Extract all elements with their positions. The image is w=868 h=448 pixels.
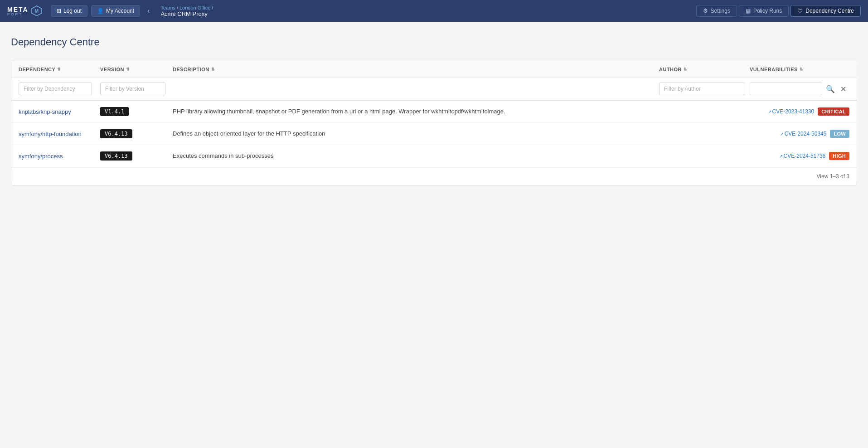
search-button[interactable]: 🔍: [824, 83, 837, 95]
filter-version-input[interactable]: [100, 83, 165, 95]
col-author[interactable]: AUTHOR ⇅: [659, 67, 750, 72]
external-link-icon: ↗: [780, 131, 784, 136]
user-icon: 👤: [97, 8, 104, 14]
row2-severity-badge: LOW: [830, 130, 849, 138]
breadcrumb-teams[interactable]: Teams: [160, 5, 175, 10]
breadcrumb-links: Teams / London Office /: [160, 5, 692, 10]
filter-author-cell: [659, 83, 750, 95]
app-header: META PORT M ⊞ Log out 👤 My Account ‹ Tea…: [0, 0, 868, 22]
breadcrumb-sep2: /: [212, 5, 213, 10]
logout-button[interactable]: ⊞ Log out: [51, 5, 87, 17]
filter-vulnerabilities-cell: CVE 🔍 ✕: [750, 83, 849, 95]
row1-vulnerabilities: ↗ CVE-2023-41330 CRITICAL: [750, 107, 849, 116]
breadcrumb: Teams / London Office / Acme CRM Proxy: [157, 5, 692, 17]
settings-icon: ⚙: [703, 8, 708, 14]
settings-button[interactable]: ⚙ Settings: [696, 5, 737, 17]
row1-severity-badge: CRITICAL: [818, 107, 849, 116]
col-author-label: AUTHOR: [659, 67, 682, 72]
pagination: View 1–3 of 3: [11, 167, 857, 185]
row2-vulnerabilities: ↗ CVE-2024-50345 LOW: [750, 130, 849, 138]
policy-runs-label: Policy Runs: [753, 8, 782, 14]
close-icon: ✕: [840, 85, 846, 93]
table-header: DEPENDENCY ⇅ VERSION ⇅ DESCRIPTION ⇅ AUT…: [11, 61, 857, 78]
sort-dependency-icon: ⇅: [57, 67, 61, 72]
sort-description-icon: ⇅: [211, 67, 215, 72]
row3-description: Executes commands in sub-processes: [173, 152, 659, 160]
my-account-label: My Account: [106, 8, 134, 14]
dependency-centre-label: Dependency Centre: [805, 8, 854, 14]
filter-version-cell: [100, 83, 173, 95]
row2-description: Defines an object-oriented layer for the…: [173, 130, 659, 138]
logout-label: Log out: [63, 8, 82, 14]
row1-description: PHP library allowing thumbnail, snapshot…: [173, 107, 659, 116]
row3-cve-id: CVE-2024-51736: [784, 153, 826, 159]
col-description[interactable]: DESCRIPTION ⇅: [173, 67, 659, 72]
dependency-table: DEPENDENCY ⇅ VERSION ⇅ DESCRIPTION ⇅ AUT…: [11, 61, 857, 185]
row2-version: V6.4.13: [100, 129, 173, 138]
filter-dependency-input[interactable]: [19, 83, 92, 95]
table-row: symfony/http-foundation V6.4.13 Defines …: [11, 123, 857, 145]
filter-author-input[interactable]: [659, 83, 745, 95]
col-vulnerabilities-label: VULNERABILITIES: [750, 67, 798, 72]
table-row: knplabs/knp-snappy V1.4.1 PHP library al…: [11, 101, 857, 123]
row3-dependency: symfony/process: [19, 153, 100, 160]
external-link-icon: ↗: [768, 109, 771, 114]
main-content: Dependency Centre DEPENDENCY ⇅ VERSION ⇅…: [0, 22, 868, 448]
col-vulnerabilities[interactable]: VULNERABILITIES ⇅: [750, 67, 849, 72]
clear-filter-button[interactable]: ✕: [839, 83, 848, 95]
row3-version: V6.4.13: [100, 151, 173, 161]
header-nav: ⚙ Settings ▤ Policy Runs 🛡 Dependency Ce…: [696, 5, 861, 17]
row2-cve-link[interactable]: ↗ CVE-2024-50345: [780, 131, 827, 137]
back-button[interactable]: ‹: [144, 5, 153, 17]
logo-port: PORT: [7, 12, 23, 16]
sort-author-icon: ⇅: [684, 67, 688, 72]
svg-text:M: M: [34, 9, 38, 14]
col-description-label: DESCRIPTION: [173, 67, 209, 72]
logo-image: META PORT M: [7, 4, 44, 18]
row1-cve-link[interactable]: ↗ CVE-2023-41330: [768, 108, 815, 115]
logo-icon: M: [30, 5, 43, 17]
my-account-button[interactable]: 👤 My Account: [91, 5, 140, 17]
row1-version: V1.4.1: [100, 107, 173, 116]
dependency-centre-button[interactable]: 🛡 Dependency Centre: [790, 5, 861, 17]
logo: META PORT M: [7, 4, 44, 18]
table-row: symfony/process V6.4.13 Executes command…: [11, 145, 857, 167]
row1-dependency: knplabs/knp-snappy: [19, 108, 100, 115]
filter-cve-input[interactable]: CVE: [750, 83, 822, 95]
logout-icon: ⊞: [57, 8, 61, 14]
row3-severity-badge: HIGH: [829, 152, 849, 160]
dependency-centre-icon: 🛡: [797, 8, 803, 14]
sort-version-icon: ⇅: [126, 67, 130, 72]
row2-cve-id: CVE-2024-50345: [785, 131, 827, 137]
filter-dependency-cell: [19, 83, 100, 95]
col-version[interactable]: VERSION ⇅: [100, 67, 173, 72]
settings-label: Settings: [711, 8, 730, 14]
external-link-icon: ↗: [779, 154, 783, 159]
row3-cve-link[interactable]: ↗ CVE-2024-51736: [779, 153, 826, 159]
pagination-text: View 1–3 of 3: [817, 173, 850, 180]
breadcrumb-current: Acme CRM Proxy: [160, 10, 692, 17]
filter-row: CVE 🔍 ✕: [11, 78, 857, 101]
row1-cve-id: CVE-2023-41330: [772, 108, 815, 115]
col-version-label: VERSION: [100, 67, 124, 72]
page-title: Dependency Centre: [11, 36, 857, 48]
search-icon: 🔍: [826, 85, 835, 93]
col-dependency[interactable]: DEPENDENCY ⇅: [19, 67, 100, 72]
col-dependency-label: DEPENDENCY: [19, 67, 55, 72]
policy-runs-icon: ▤: [746, 8, 751, 14]
row3-vulnerabilities: ↗ CVE-2024-51736 HIGH: [750, 152, 849, 160]
policy-runs-button[interactable]: ▤ Policy Runs: [739, 5, 789, 17]
row2-dependency: symfony/http-foundation: [19, 131, 100, 137]
sort-vulnerabilities-icon: ⇅: [800, 67, 804, 72]
breadcrumb-london-office[interactable]: London Office: [179, 5, 210, 10]
